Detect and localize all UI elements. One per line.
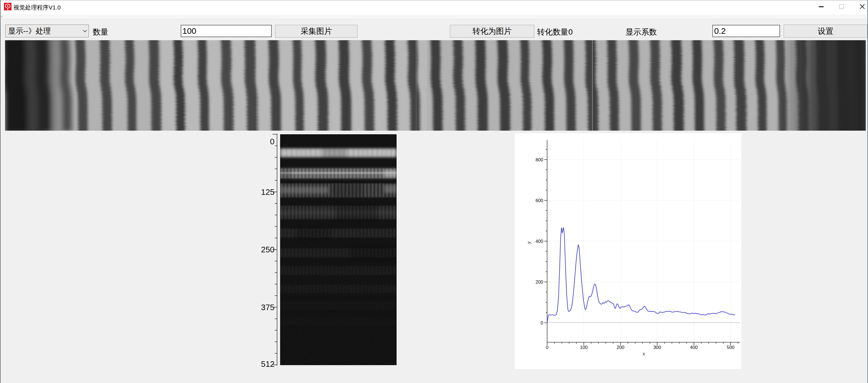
svg-text:x: x: [643, 351, 645, 356]
svg-text:250: 250: [261, 245, 275, 254]
svg-text:y: y: [526, 241, 531, 244]
svg-text:200: 200: [535, 280, 543, 284]
svg-text:600: 600: [535, 198, 543, 203]
svg-text:400: 400: [690, 345, 698, 350]
svg-text:300: 300: [653, 345, 661, 350]
svg-text:0: 0: [270, 137, 275, 146]
svg-text:125: 125: [261, 188, 275, 196]
svg-text:375: 375: [261, 303, 275, 312]
svg-text:800: 800: [535, 157, 543, 162]
svg-text:100: 100: [580, 345, 588, 350]
svg-text:500: 500: [727, 345, 735, 350]
svg-text:512: 512: [261, 359, 275, 369]
svg-text:200: 200: [617, 345, 624, 350]
svg-text:400: 400: [535, 239, 543, 244]
svg-text:0: 0: [541, 320, 543, 325]
svg-text:0: 0: [546, 345, 548, 350]
